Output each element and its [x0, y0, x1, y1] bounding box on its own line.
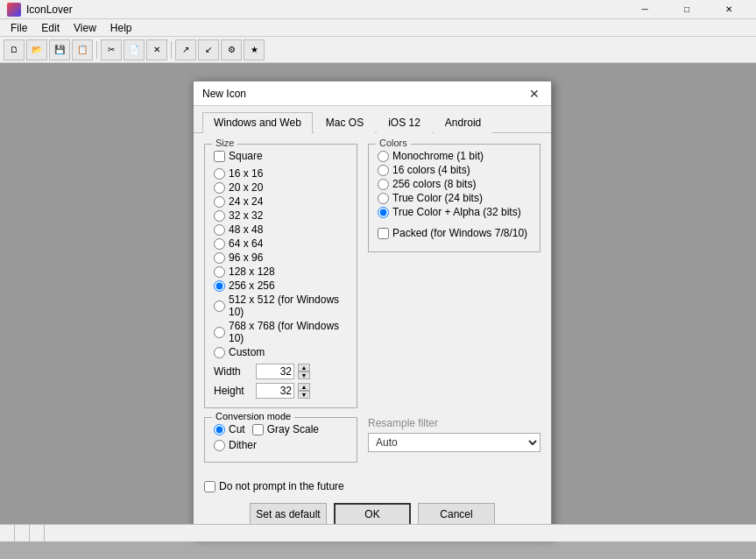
- color-radio-256colors[interactable]: [378, 179, 389, 190]
- dialog-titlebar: New Icon ✕: [194, 81, 551, 106]
- size-group: Size Square 16 x 16: [204, 144, 357, 408]
- do-not-prompt-row: Do not prompt in the future: [204, 480, 541, 492]
- toolbar-separator-1: [96, 41, 97, 59]
- menu-help[interactable]: Help: [103, 20, 139, 36]
- size-radio-16x16[interactable]: [214, 168, 225, 180]
- color-radio-monochrome[interactable]: [378, 151, 389, 162]
- width-down[interactable]: ▼: [298, 371, 310, 379]
- do-not-prompt-checkbox[interactable]: [204, 481, 215, 492]
- set-as-default-button[interactable]: Set as default: [250, 503, 327, 526]
- bottom-row: Conversion mode Cut Gray Scale: [204, 417, 541, 471]
- toolbar-new[interactable]: 🗋: [4, 39, 25, 60]
- size-radio-24x24[interactable]: [214, 196, 225, 208]
- dialog-close-button[interactable]: ✕: [526, 86, 542, 102]
- tab-mac-os[interactable]: Mac OS: [314, 112, 375, 133]
- app-close-button[interactable]: ✕: [709, 1, 749, 18]
- size-radio-20x20[interactable]: [214, 182, 225, 194]
- size-radio-768: 768 x 768 (for Windows 10): [214, 320, 348, 344]
- grayscale-checkbox[interactable]: [252, 424, 264, 435]
- tab-ios12[interactable]: iOS 12: [377, 112, 432, 133]
- size-radio-custom: Custom: [214, 346, 348, 358]
- conversion-column: Conversion mode Cut Gray Scale: [204, 417, 357, 471]
- dither-label[interactable]: Dither: [229, 439, 257, 451]
- color-radio-24bit: True Color (24 bits): [378, 192, 531, 204]
- cut-label[interactable]: Cut: [229, 423, 245, 435]
- do-not-prompt-label[interactable]: Do not prompt in the future: [219, 480, 344, 492]
- height-input[interactable]: [256, 383, 294, 399]
- color-radio-32bit: True Color + Alpha (32 bits): [378, 206, 531, 218]
- menu-edit[interactable]: Edit: [34, 20, 67, 36]
- conversion-mode-label: Conversion mode: [212, 411, 294, 421]
- toolbar-cut[interactable]: ✂: [101, 39, 122, 60]
- color-radio-truecolor-alpha[interactable]: [378, 207, 389, 218]
- statusbar-cell-3: [30, 525, 45, 541]
- square-checkbox[interactable]: [214, 151, 225, 162]
- size-radio-16: 16 x 16: [214, 167, 348, 180]
- width-spinner: ▲ ▼: [298, 364, 310, 379]
- size-radio-32x32[interactable]: [214, 210, 225, 222]
- ok-button[interactable]: OK: [334, 503, 411, 526]
- size-radio-48x48[interactable]: [214, 224, 225, 236]
- height-spinner: ▲ ▼: [298, 383, 310, 399]
- height-up[interactable]: ▲: [298, 383, 310, 391]
- size-radio-256: 256 x 256: [214, 280, 348, 292]
- cancel-button[interactable]: Cancel: [418, 503, 495, 526]
- menu-view[interactable]: View: [67, 20, 103, 36]
- color-radio-16colors[interactable]: [378, 165, 389, 176]
- titlebar-controls: ─ □ ✕: [625, 1, 749, 18]
- dither-radio[interactable]: [214, 440, 225, 451]
- size-radio-512: 512 x 512 (for Windows 10): [214, 294, 348, 318]
- titlebar: IconLover ─ □ ✕: [0, 0, 756, 19]
- toolbar-save[interactable]: 💾: [49, 39, 70, 60]
- width-label: Width: [214, 365, 252, 378]
- size-radio-custom[interactable]: [214, 347, 225, 358]
- maximize-button[interactable]: □: [667, 1, 707, 18]
- conversion-row-1: Cut Gray Scale: [214, 423, 348, 435]
- tab-windows-web[interactable]: Windows and Web: [202, 112, 313, 133]
- packed-checkbox-row: Packed (for Windows 7/8/10): [378, 227, 531, 239]
- width-up[interactable]: ▲: [298, 364, 310, 371]
- conversion-group: Conversion mode Cut Gray Scale: [204, 417, 357, 463]
- minimize-button[interactable]: ─: [625, 1, 665, 18]
- toolbar-export[interactable]: ↗: [175, 39, 196, 60]
- toolbar-paste[interactable]: 📄: [124, 39, 145, 60]
- toolbar-copy[interactable]: 📋: [72, 39, 93, 60]
- colors-column: Colors Monochrome (1 bit) 16 colors (4 b…: [368, 144, 541, 417]
- size-radio-128x128[interactable]: [214, 266, 225, 278]
- size-radio-512x512[interactable]: [214, 301, 225, 312]
- toolbar: 🗋 📂 💾 📋 ✂ 📄 ✕ ↗ ↙ ⚙ ★: [0, 37, 756, 63]
- toolbar-extra1[interactable]: ⚙: [221, 39, 242, 60]
- toolbar-extra2[interactable]: ★: [244, 39, 265, 60]
- width-row: Width ▲ ▼: [214, 364, 348, 379]
- square-row: Square: [214, 150, 348, 162]
- width-input[interactable]: [256, 364, 294, 379]
- new-icon-dialog: New Icon ✕ Windows and Web Mac OS iOS 12…: [193, 81, 552, 537]
- height-down[interactable]: ▼: [298, 391, 310, 399]
- menu-file[interactable]: File: [4, 20, 34, 36]
- dialog-body: Size Square 16 x 16: [194, 133, 551, 536]
- color-radio-truecolor[interactable]: [378, 193, 389, 204]
- cut-radio[interactable]: [214, 424, 225, 435]
- color-radio-1bit: Monochrome (1 bit): [378, 150, 531, 162]
- size-column: Size Square 16 x 16: [204, 144, 357, 417]
- toolbar-open[interactable]: 📂: [26, 39, 47, 60]
- resample-filter-select[interactable]: Auto Lanczos Bilinear Bicubic Box Neares…: [368, 433, 541, 452]
- tab-android[interactable]: Android: [434, 112, 492, 133]
- packed-checkbox[interactable]: [378, 228, 389, 239]
- toolbar-separator-2: [171, 41, 172, 59]
- color-radio-4bit: 16 colors (4 bits): [378, 164, 531, 176]
- size-inputs: Width ▲ ▼ Height: [214, 364, 348, 399]
- size-radio-768x768[interactable]: [214, 327, 225, 338]
- toolbar-import[interactable]: ↙: [198, 39, 219, 60]
- app-logo: [7, 3, 21, 17]
- size-radio-64x64[interactable]: [214, 238, 225, 250]
- square-label[interactable]: Square: [229, 150, 263, 162]
- toolbar-delete[interactable]: ✕: [146, 39, 167, 60]
- size-radio-96x96[interactable]: [214, 252, 225, 264]
- packed-label[interactable]: Packed (for Windows 7/8/10): [392, 227, 527, 239]
- grayscale-label[interactable]: Gray Scale: [267, 423, 319, 435]
- height-label: Height: [214, 385, 252, 397]
- app-title: IconLover: [26, 4, 625, 16]
- size-radio-256x256[interactable]: [214, 280, 225, 292]
- statusbar-cell-2: [15, 525, 30, 541]
